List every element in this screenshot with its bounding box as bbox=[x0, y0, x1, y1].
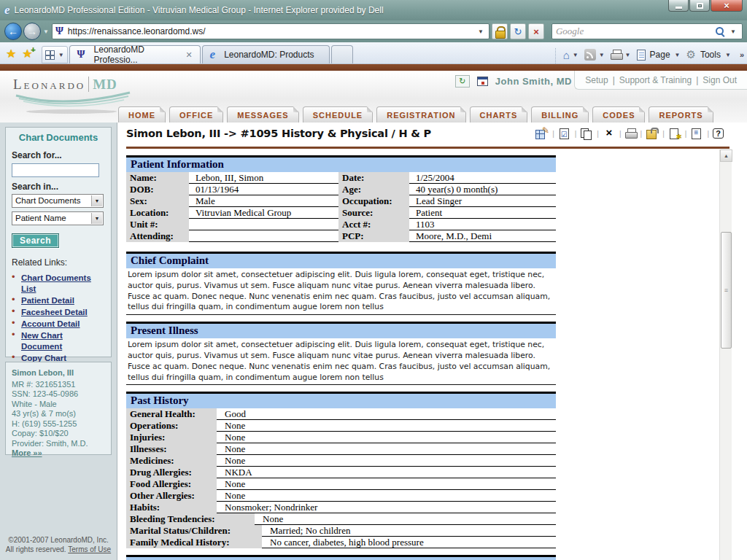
page-menu-icon[interactable] bbox=[637, 50, 646, 61]
section-header: Past History bbox=[126, 394, 556, 408]
patient-detail-link[interactable]: Patient Detail bbox=[21, 296, 74, 305]
popup-window-icon[interactable] bbox=[477, 77, 488, 86]
document-type-select[interactable]: Chart Documents▼ bbox=[12, 194, 104, 208]
tab-home[interactable]: HOME bbox=[118, 106, 166, 122]
home-dropdown-icon[interactable]: ▼ bbox=[573, 52, 578, 58]
tab-close-icon[interactable]: ✕ bbox=[185, 50, 192, 60]
browser-tab-products[interactable]: e LeonardoMD: Products bbox=[202, 45, 330, 63]
sidebar-search-input[interactable] bbox=[12, 163, 99, 177]
page-menu-label[interactable]: Page bbox=[650, 50, 670, 60]
url-field[interactable]: Ψ https://renaissance.leonardomd.ws/ ▼ bbox=[52, 23, 489, 39]
window-titlebar: e LeonardoMD Professional Edition - Vitr… bbox=[0, 0, 747, 20]
refresh-button[interactable]: ↻ bbox=[510, 23, 526, 39]
sign-out-link[interactable]: Sign Out bbox=[703, 75, 737, 85]
tools-dropdown-icon[interactable]: ▼ bbox=[725, 52, 731, 58]
support-training-link[interactable]: Support & Training bbox=[619, 75, 692, 85]
field-label: Food Allergies: bbox=[126, 478, 217, 490]
maximize-button[interactable] bbox=[689, 0, 710, 12]
form-icon[interactable] bbox=[690, 128, 703, 139]
rss-feed-icon[interactable] bbox=[584, 49, 596, 61]
field-value: Good bbox=[217, 408, 556, 420]
vertical-scrollbar[interactable]: ▲ ≡ bbox=[719, 149, 732, 560]
table-row: Family Medical History:No cancer, diabet… bbox=[126, 537, 556, 548]
field-value: Married; No children bbox=[262, 525, 556, 537]
favorites-icon[interactable]: ★ bbox=[6, 47, 16, 61]
quick-tabs-button[interactable]: ▼ bbox=[42, 46, 68, 63]
tab-schedule[interactable]: SCHEDULE bbox=[303, 106, 374, 122]
tab-label[interactable]: LeonardoMD Professio... bbox=[94, 44, 182, 65]
quick-tabs-dropdown-icon[interactable]: ▼ bbox=[58, 52, 64, 58]
close-button[interactable]: × bbox=[711, 0, 743, 12]
tools-menu-label[interactable]: Tools bbox=[700, 50, 721, 60]
copy-icon[interactable] bbox=[580, 128, 593, 139]
secure-document-icon[interactable] bbox=[646, 128, 659, 139]
main-content: Simon Lebon, III -> #1095 History & Phys… bbox=[118, 122, 734, 560]
field-value: None bbox=[217, 455, 556, 467]
recent-activity-clock-icon[interactable]: ↻ bbox=[455, 75, 470, 88]
tab-registration[interactable]: REGISTRATION bbox=[376, 106, 465, 122]
tab-label[interactable]: LeonardoMD: Products bbox=[224, 50, 314, 60]
history-dropdown-icon[interactable]: ▼ bbox=[43, 28, 49, 35]
search-box[interactable]: ▼ bbox=[551, 23, 743, 39]
field-label: Unit #: bbox=[126, 219, 189, 230]
url-text[interactable]: https://renaissance.leonardomd.ws/ bbox=[68, 26, 476, 36]
scrollbar-up-arrow[interactable]: ▲ bbox=[720, 149, 732, 162]
patient-age: 43 yr(s) & 7 mo(s) bbox=[12, 409, 105, 419]
tab-billing[interactable]: BILLING bbox=[531, 106, 589, 122]
related-links-list: Chart Documents List Patient Detail Face… bbox=[12, 272, 105, 374]
tasks-icon[interactable] bbox=[558, 128, 571, 139]
table-row: Marital Status/Children:Married; No chil… bbox=[126, 525, 556, 537]
home-icon[interactable]: ⌂ bbox=[563, 49, 570, 61]
tools-gear-icon[interactable]: ⚙ bbox=[686, 48, 695, 61]
field-label: Marital Status/Children: bbox=[126, 525, 262, 537]
help-icon[interactable]: ? bbox=[713, 128, 724, 139]
new-document-icon[interactable] bbox=[668, 128, 681, 139]
select-dropdown-icon[interactable]: ▼ bbox=[91, 213, 102, 224]
internet-explorer-icon: e bbox=[4, 3, 10, 18]
setup-link[interactable]: Setup bbox=[585, 75, 608, 85]
account-detail-link[interactable]: Account Detail bbox=[21, 319, 80, 328]
tab-reports[interactable]: REPORTS bbox=[649, 106, 713, 122]
feed-dropdown-icon[interactable]: ▼ bbox=[599, 52, 605, 58]
scrollbar-thumb[interactable]: ≡ bbox=[721, 232, 732, 349]
search-magnifier-icon[interactable] bbox=[716, 27, 725, 36]
tab-office[interactable]: OFFICE bbox=[169, 106, 223, 122]
field-value: Male bbox=[189, 195, 338, 207]
select-dropdown-icon[interactable]: ▼ bbox=[91, 195, 102, 206]
sidebar: Chart Documents Search for... Search in.… bbox=[0, 122, 117, 560]
copyright-footer: ©2001-2007 LeonardoMD, Inc. All rights r… bbox=[0, 535, 117, 554]
search-field-select[interactable]: Patient Name▼ bbox=[12, 211, 104, 225]
delete-icon[interactable]: × bbox=[603, 128, 616, 139]
new-chart-document-link[interactable]: New Chart Document bbox=[21, 331, 63, 351]
field-label: Bleeding Tendencies: bbox=[126, 513, 255, 525]
toolbar-overflow-chevron[interactable]: » bbox=[740, 50, 744, 59]
tab-messages[interactable]: MESSAGES bbox=[227, 106, 298, 122]
table-row: Other Allergies:None bbox=[126, 490, 556, 502]
stop-button[interactable]: × bbox=[528, 23, 544, 39]
tab-codes[interactable]: CODES bbox=[592, 106, 645, 122]
print-icon[interactable] bbox=[611, 50, 622, 60]
tab-charts[interactable]: CHARTS bbox=[470, 106, 528, 122]
search-dropdown-icon[interactable]: ▼ bbox=[728, 28, 738, 35]
site-favicon: Ψ bbox=[55, 26, 63, 37]
security-lock-icon[interactable] bbox=[492, 23, 508, 39]
print-icon[interactable] bbox=[625, 128, 637, 139]
back-button[interactable]: ← bbox=[4, 23, 22, 40]
facesheet-detail-link[interactable]: Facesheet Detail bbox=[21, 308, 88, 316]
forward-button[interactable]: → bbox=[23, 23, 41, 40]
add-favorite-icon[interactable]: ★ bbox=[22, 47, 32, 61]
section-header: Chief Complaint bbox=[126, 254, 556, 268]
page-dropdown-icon[interactable]: ▼ bbox=[675, 52, 681, 58]
print-dropdown-icon[interactable]: ▼ bbox=[625, 52, 631, 58]
terms-of-use-link[interactable]: Terms of Use bbox=[68, 545, 111, 553]
search-input[interactable] bbox=[556, 26, 713, 37]
title-divider-rule bbox=[126, 147, 729, 149]
url-dropdown-icon[interactable]: ▼ bbox=[476, 28, 486, 35]
edit-icon[interactable] bbox=[535, 128, 549, 139]
minimize-button[interactable] bbox=[668, 0, 689, 12]
more-link[interactable]: More »» bbox=[12, 448, 42, 457]
new-tab-stub[interactable] bbox=[331, 45, 353, 63]
search-button[interactable]: Search bbox=[12, 233, 59, 248]
chart-documents-list-link[interactable]: Chart Documents List bbox=[21, 273, 91, 293]
browser-tab-active[interactable]: Ψ LeonardoMD Professio... ✕ bbox=[69, 45, 201, 63]
